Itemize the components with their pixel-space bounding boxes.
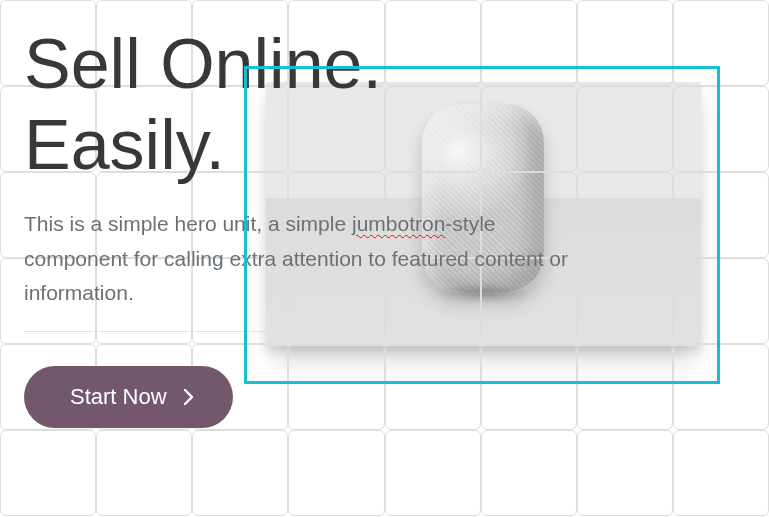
chevron-right-icon xyxy=(181,388,195,406)
hero-title-line2: Easily. xyxy=(24,106,225,184)
start-now-label: Start Now xyxy=(70,384,167,410)
editor-canvas: Sell Online. Easily. This is a simple he… xyxy=(0,0,769,517)
selection-marquee[interactable] xyxy=(244,66,720,384)
start-now-button[interactable]: Start Now xyxy=(24,366,233,428)
